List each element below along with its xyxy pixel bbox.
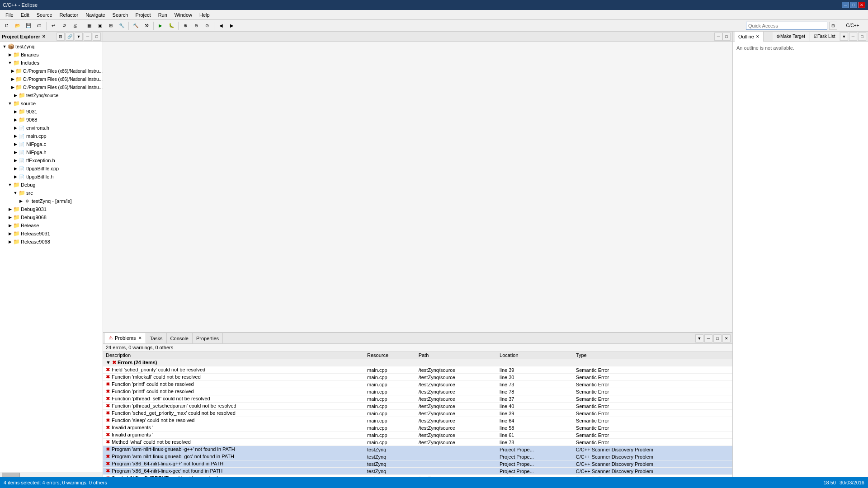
tree-item-9068[interactable]: ▶ 📁 9068 <box>0 116 103 124</box>
errors-group-row[interactable]: ▼ ✖ Errors (24 items) <box>103 359 732 366</box>
expand-debug9068[interactable]: ▶ <box>7 215 13 220</box>
tree-item-tfexception[interactable]: ▶ 📄 tfException.h <box>0 156 103 164</box>
expand-inc4[interactable]: ▶ <box>13 93 18 98</box>
pe-maximize-button[interactable]: □ <box>93 33 101 41</box>
editor-minimize-button[interactable]: ─ <box>714 33 722 41</box>
tree-item-main[interactable]: ▶ 📄 main.cpp <box>0 132 103 140</box>
tree-item-inc4[interactable]: ▶ 📁 testZynq/source <box>0 91 103 99</box>
perspective-open-button[interactable]: ⊟ <box>829 22 837 30</box>
tb-btn-4[interactable]: ▣ <box>95 21 105 30</box>
tb-btn-8[interactable]: ⊖ <box>191 21 201 30</box>
expand-testZynqArm[interactable]: ▶ <box>18 199 24 203</box>
tab-problems[interactable]: ⚠ Problems ✕ <box>105 333 146 343</box>
table-row[interactable]: ✖Function 'sched_get_priority_max' could… <box>103 410 732 417</box>
expand-release9068[interactable]: ▶ <box>7 239 13 244</box>
tree-item-environs[interactable]: ▶ 📄 environs.h <box>0 124 103 132</box>
table-row[interactable]: ✖Method 'what' could not be resolvedmain… <box>103 439 732 446</box>
tree-item-testZynq[interactable]: ▼ 📦 testZynq <box>0 42 103 51</box>
expand-main[interactable]: ▶ <box>13 134 18 138</box>
perspective-label[interactable]: C/C++ <box>839 21 866 30</box>
problems-maximize-button[interactable]: □ <box>713 334 722 343</box>
menu-file[interactable]: File <box>2 11 17 19</box>
table-row[interactable]: ✖Program 'arm-nilrt-linux-gnueabi-g++' n… <box>103 446 732 453</box>
outline-minimize-button[interactable]: ─ <box>849 33 857 41</box>
tree-item-debug9068[interactable]: ▶ 📁 Debug9068 <box>0 213 103 221</box>
quick-access-input[interactable] <box>746 22 827 30</box>
open-button[interactable]: 📂 <box>13 21 23 30</box>
tab-console[interactable]: Console <box>167 333 193 343</box>
save-all-button[interactable]: 🗃 <box>34 21 44 30</box>
tree-item-nifpga[interactable]: ▶ 📄 NiFpga.c <box>0 140 103 148</box>
minimize-button[interactable]: ─ <box>842 2 849 8</box>
menu-run[interactable]: Run <box>155 11 171 19</box>
expand-9031[interactable]: ▶ <box>13 109 18 114</box>
close-button[interactable]: ✕ <box>858 2 865 8</box>
table-row[interactable]: ✖Function 'mlockall' could not be resolv… <box>103 374 732 381</box>
table-row[interactable]: ✖Invalid arguments 'main.cpp/testZynq/so… <box>103 424 732 432</box>
table-row[interactable]: ✖Invalid arguments 'main.cpp/testZynq/so… <box>103 432 732 439</box>
editor-maximize-button[interactable]: □ <box>722 33 731 41</box>
table-row[interactable]: ✖Program 'x86_64-nilrt-linux-g++' not fo… <box>103 460 732 468</box>
save-button[interactable]: 💾 <box>24 21 33 30</box>
tree-item-testZynqArm[interactable]: ▶ ⚙ testZynq - [arm/le] <box>0 197 103 205</box>
tree-item-inc3[interactable]: ▶ 📁 C:/Program Files (x86)/National Inst… <box>0 83 103 91</box>
maximize-button[interactable]: □ <box>850 2 857 8</box>
tb-btn-9[interactable]: ⊙ <box>202 21 212 30</box>
expand-tfexception[interactable]: ▶ <box>13 158 18 163</box>
tree-item-debug[interactable]: ▼ 📁 Debug <box>0 181 103 189</box>
table-row[interactable]: ✖Function 'printf' could not be resolved… <box>103 388 732 395</box>
outline-tab-close[interactable]: ✕ <box>756 34 760 39</box>
table-row[interactable]: ✖Program 'x86_64-nilrt-linux-gcc' not fo… <box>103 468 732 475</box>
tree-item-includes[interactable]: ▼ 📁 Includes <box>0 59 103 67</box>
expand-src[interactable]: ▼ <box>13 191 18 195</box>
tb-btn-2[interactable]: ↺ <box>59 21 69 30</box>
expand-source[interactable]: ▼ <box>7 101 13 106</box>
problems-minimize-button[interactable]: ─ <box>704 334 712 343</box>
menu-window[interactable]: Window <box>171 11 196 19</box>
pe-collapse-button[interactable]: ⊟ <box>57 33 65 41</box>
menu-search[interactable]: Search <box>109 11 132 19</box>
tree-item-inc2[interactable]: ▶ 📁 C:/Program Files (x86)/National Inst… <box>0 75 103 83</box>
task-list-button[interactable]: ☑ Task List <box>810 32 839 41</box>
expand-inc2[interactable]: ▶ <box>11 77 15 81</box>
table-row[interactable]: ✖Function 'pthread_setschedparam' could … <box>103 403 732 410</box>
tab-problems-close[interactable]: ✕ <box>138 336 142 340</box>
build-button[interactable]: 🔨 <box>131 21 141 30</box>
menu-edit[interactable]: Edit <box>17 11 33 19</box>
table-row[interactable]: ✖Symbol 'MCL_CURRENT' could not be resol… <box>103 475 732 478</box>
problems-filter-button[interactable]: ▼ <box>695 334 703 343</box>
problems-close-button[interactable]: ✕ <box>722 334 731 343</box>
tree-item-9031[interactable]: ▶ 📁 9031 <box>0 108 103 116</box>
expand-debug[interactable]: ▼ <box>7 183 13 187</box>
expand-inc1[interactable]: ▶ <box>11 69 15 73</box>
table-row[interactable]: ✖Field 'sched_priority' could not be res… <box>103 366 732 374</box>
outline-maximize-button[interactable]: □ <box>858 33 866 41</box>
expand-testZynq[interactable]: ▼ <box>2 44 7 49</box>
expand-9068[interactable]: ▶ <box>13 117 18 122</box>
tab-properties[interactable]: Properties <box>193 333 223 343</box>
tree-item-source[interactable]: ▼ 📁 source <box>0 99 103 108</box>
table-row[interactable]: ✖Program 'arm-nilrt-linux-gnueabi-gcc' n… <box>103 453 732 460</box>
tb-btn-5[interactable]: ⊞ <box>106 21 116 30</box>
tree-item-binaries[interactable]: ▶ 📁 Binaries <box>0 51 103 59</box>
col-type[interactable]: Type <box>573 352 732 359</box>
expand-tfpgabitfileh[interactable]: ▶ <box>13 174 18 179</box>
expand-binaries[interactable]: ▶ <box>7 52 13 57</box>
tb-btn-11[interactable]: ▶ <box>227 21 237 30</box>
problems-table[interactable]: Description Resource Path Location Type … <box>103 352 732 477</box>
expand-nifpga[interactable]: ▶ <box>13 142 18 146</box>
expand-nifpgah[interactable]: ▶ <box>13 150 18 155</box>
tree-item-inc1[interactable]: ▶ 📁 C:/Program Files (x86)/National Inst… <box>0 67 103 75</box>
tb-btn-10[interactable]: ◀ <box>216 21 226 30</box>
menu-navigate[interactable]: Navigate <box>82 11 108 19</box>
col-location[interactable]: Location <box>497 352 573 359</box>
expand-inc3[interactable]: ▶ <box>11 85 15 89</box>
make-target-button[interactable]: ⚙ Make Target <box>773 32 809 41</box>
pe-menu-button[interactable]: ▼ <box>75 33 83 41</box>
pe-scrollbar-thumb[interactable] <box>2 473 20 477</box>
table-row[interactable]: ✖Function 'printf' could not be resolved… <box>103 381 732 388</box>
col-resource[interactable]: Resource <box>364 352 416 359</box>
pe-link-button[interactable]: 🔗 <box>66 33 74 41</box>
tab-tasks[interactable]: Tasks <box>146 333 166 343</box>
tree-item-tfpgabitfileh[interactable]: ▶ 📄 tfpgaBitfile.h <box>0 173 103 181</box>
